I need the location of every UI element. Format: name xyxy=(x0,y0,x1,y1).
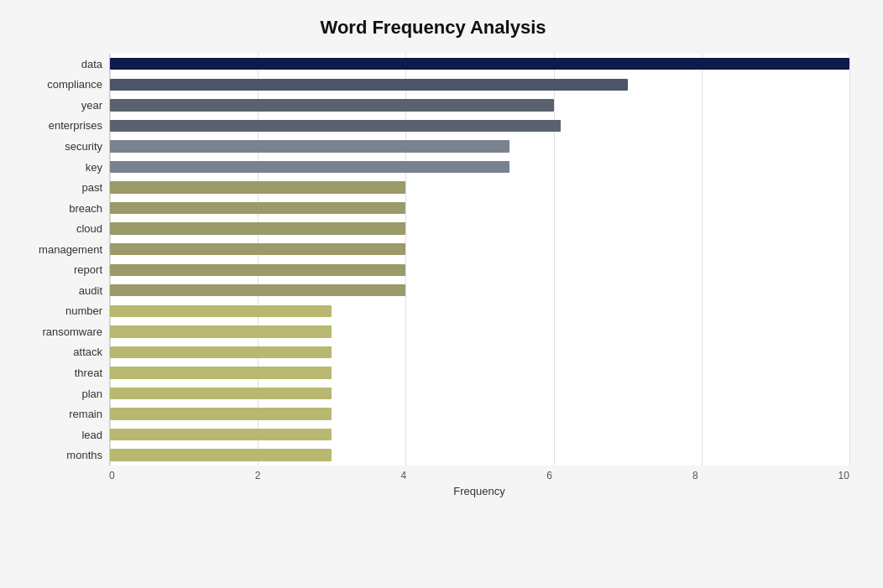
y-label: threat xyxy=(17,362,109,383)
chart-title: Word Frequency Analysis xyxy=(17,17,849,39)
y-label: months xyxy=(17,445,109,466)
y-label: attack xyxy=(17,342,109,363)
bar xyxy=(110,181,405,193)
x-tick: 0 xyxy=(109,470,115,481)
y-label: remain xyxy=(17,403,109,424)
y-label: plan xyxy=(17,383,109,404)
bar-row xyxy=(110,383,849,404)
bar-row xyxy=(110,177,849,198)
y-label: management xyxy=(17,239,109,260)
y-label: audit xyxy=(17,280,109,301)
bar xyxy=(110,284,405,296)
y-label: breach xyxy=(17,198,109,219)
bar xyxy=(110,449,332,461)
bar xyxy=(110,202,405,214)
plot-area xyxy=(109,54,849,466)
y-labels: datacomplianceyearenterprisessecuritykey… xyxy=(17,54,109,466)
bar-row xyxy=(110,403,849,424)
bar xyxy=(110,140,509,152)
bar xyxy=(110,79,628,91)
bars-section: datacomplianceyearenterprisessecuritykey… xyxy=(17,54,849,466)
bar xyxy=(110,58,849,70)
y-label: enterprises xyxy=(17,116,109,137)
y-label: number xyxy=(17,301,109,322)
bar-row xyxy=(110,424,849,445)
x-tick: 4 xyxy=(400,470,406,481)
bar-row xyxy=(110,75,849,96)
y-label: data xyxy=(17,54,109,75)
bar-row xyxy=(110,239,849,260)
bar xyxy=(110,222,405,234)
x-axis-label: Frequency xyxy=(109,485,849,497)
chart-container: Word Frequency Analysis datacomplianceye… xyxy=(0,0,883,588)
bar-row xyxy=(110,54,849,75)
bar-row xyxy=(110,218,849,239)
y-label: year xyxy=(17,95,109,116)
bar xyxy=(110,429,332,440)
bar xyxy=(110,325,332,337)
y-label: lead xyxy=(17,424,109,445)
y-label: compliance xyxy=(17,75,109,96)
bar xyxy=(110,161,509,173)
chart-area: datacomplianceyearenterprisessecuritykey… xyxy=(17,54,849,507)
bar xyxy=(110,305,332,317)
bar-row xyxy=(110,321,849,342)
bar-row xyxy=(110,280,849,301)
bar xyxy=(110,243,405,255)
x-tick: 8 xyxy=(692,470,698,481)
bar xyxy=(110,99,554,111)
bar xyxy=(110,120,561,132)
y-label: cloud xyxy=(17,218,109,239)
bar xyxy=(110,408,332,419)
y-label: report xyxy=(17,259,109,280)
bar-row xyxy=(110,157,849,178)
bar-row xyxy=(110,116,849,137)
bar-row xyxy=(110,259,849,280)
y-label: security xyxy=(17,136,109,157)
y-label: ransomware xyxy=(17,321,109,342)
bar-row xyxy=(110,301,849,322)
x-axis-section: 0246810 Frequency xyxy=(109,466,849,507)
y-label: past xyxy=(17,177,109,198)
bar xyxy=(110,346,332,358)
bar xyxy=(110,264,405,276)
bar-row xyxy=(110,362,849,383)
bar-row xyxy=(110,136,849,157)
bar xyxy=(110,367,332,378)
x-tick: 2 xyxy=(255,470,261,481)
x-tick: 6 xyxy=(546,470,552,481)
y-label: key xyxy=(17,157,109,178)
bar-row xyxy=(110,342,849,363)
bar xyxy=(110,388,332,399)
x-tick: 10 xyxy=(839,470,849,481)
x-ticks: 0246810 xyxy=(109,466,849,481)
bar-row xyxy=(110,95,849,116)
bar-row xyxy=(110,198,849,219)
bar-row xyxy=(110,445,849,466)
